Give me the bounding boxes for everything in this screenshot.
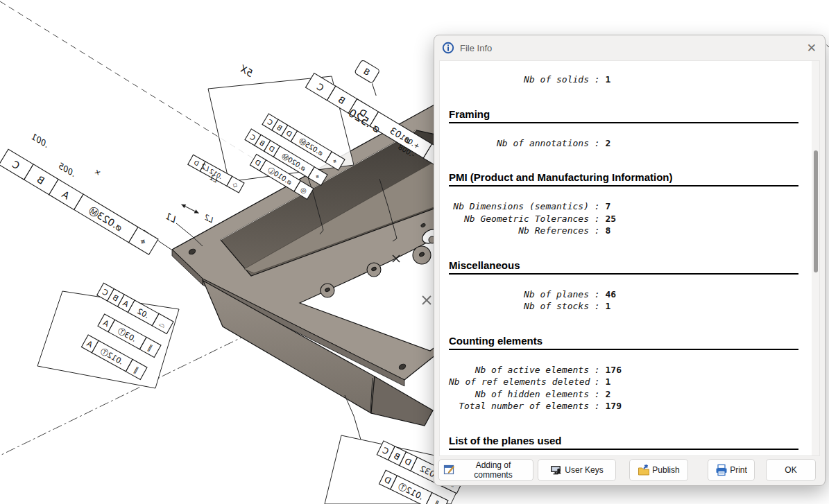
- info-line: Nb of active elements : 176: [449, 364, 810, 376]
- dialog-titlebar[interactable]: File Info ✕: [434, 35, 825, 60]
- button-label: Adding of comments: [458, 460, 529, 480]
- publish-folder-icon: [638, 464, 650, 476]
- svg-text:×: ×: [92, 167, 103, 178]
- qty-note-5x: 5X: [238, 62, 256, 79]
- adding-of-comments-button[interactable]: Adding of comments: [438, 459, 533, 481]
- dialog-title: File Info: [460, 43, 492, 53]
- button-label: Print: [730, 465, 747, 475]
- svg-text:.001: .001: [30, 132, 51, 150]
- info-line: Nb of hidden elements : 2: [449, 388, 810, 401]
- section-heading-pmi: PMI (Product and Manufacturing Informati…: [449, 171, 798, 186]
- info-line: Nb of ref elements deleted : 1: [449, 376, 810, 388]
- info-line: Nb of solids : 1: [449, 73, 810, 86]
- dialog-content: Nb of solids : 1 Framing Nb of annotatio…: [439, 60, 820, 456]
- svg-text:L2: L2: [203, 213, 215, 225]
- info-line: Nb Dimensions (semantics) : 7: [449, 200, 810, 213]
- user-keys-button[interactable]: User Keys: [538, 459, 616, 481]
- scrollbar-track[interactable]: [812, 61, 819, 455]
- button-label: User Keys: [565, 465, 603, 475]
- close-icon[interactable]: ✕: [807, 42, 817, 54]
- annotation-plane: [37, 291, 179, 388]
- dialog-button-bar: Adding of comments User Keys Publish: [438, 458, 821, 482]
- section-heading-counting: Counting elements: [449, 335, 798, 350]
- button-label: Publish: [652, 465, 679, 475]
- section-heading-framing: Framing: [449, 108, 798, 123]
- ok-button[interactable]: OK: [766, 459, 816, 481]
- label-l1-l2-pair: L2: [179, 200, 215, 225]
- label-l1: L1: [164, 211, 179, 225]
- info-line: Nb References : 8: [449, 225, 810, 237]
- printer-icon: [715, 464, 728, 476]
- info-icon: [442, 42, 454, 54]
- scrollbar-thumb[interactable]: [814, 150, 818, 272]
- svg-text:.005: .005: [56, 161, 78, 179]
- user-keys-icon: [550, 464, 563, 476]
- info-line: Nb of annotations : 2: [449, 137, 810, 150]
- info-line: Nb of planes : 46: [449, 288, 810, 301]
- comment-edit-icon: [443, 464, 456, 476]
- section-heading-miscellaneous: Miscellaneous: [449, 259, 798, 275]
- info-line: Nb of stocks : 1: [449, 300, 810, 313]
- print-button[interactable]: Print: [708, 459, 755, 481]
- info-line: Nb Geometric Tolerances : 25: [449, 213, 810, 225]
- info-line: Total number of elements : 179: [449, 400, 810, 412]
- file-info-dialog: File Info ✕ Nb of solids : 1 Framing Nb …: [434, 35, 826, 486]
- section-heading-planes: List of the planes used: [449, 435, 798, 450]
- button-label: OK: [785, 465, 796, 475]
- datum-flag-b[interactable]: B: [350, 60, 388, 96]
- fcf-position-left-strip[interactable]: ⌖⌀.023ⓂABC: [0, 149, 158, 254]
- publish-button[interactable]: Publish: [629, 459, 688, 481]
